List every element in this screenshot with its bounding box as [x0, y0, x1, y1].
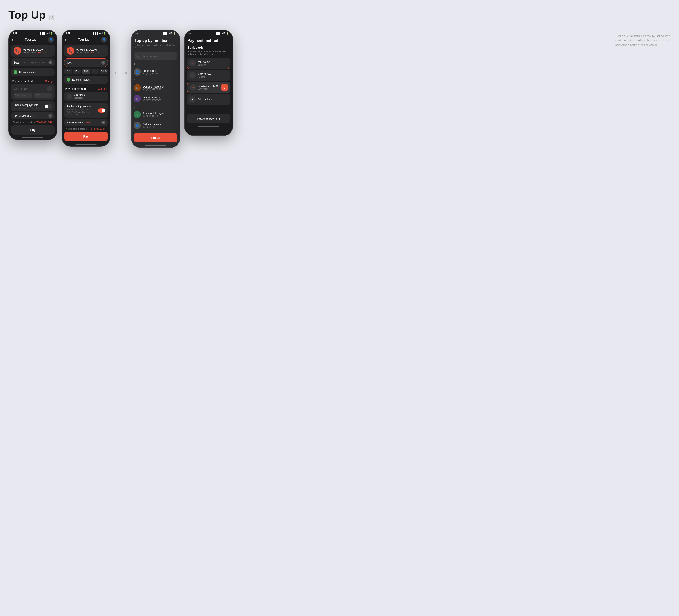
pay-button-1[interactable]: Pay [11, 125, 55, 134]
send-check-text-1: We will send a check to [12, 121, 35, 124]
mir-icon-2: ✓ [67, 94, 72, 99]
quick-amounts-2: $10 $25 $50 $75 $100 [64, 69, 108, 74]
contact-sabine[interactable]: 👤 Sabine Hawkins +7 (903) 134-55-26 [134, 120, 177, 131]
clear-button-2[interactable]: ✕ [101, 61, 105, 65]
signal-icon-3: ▋▋▋ [163, 32, 168, 35]
contact-name-1: Mihail Savin $457,22 [23, 51, 49, 54]
cashback-close-2[interactable]: ✕ [101, 121, 105, 124]
back-button-2[interactable]: ‹ [65, 38, 66, 42]
check-icon-1: ✓ [13, 70, 18, 74]
section-label-2: Payment method [65, 87, 86, 90]
add-card-row[interactable]: + Add bank card [187, 94, 230, 105]
contact-savannah[interactable]: S Savannah Nguyen +7 (903) 840-31-53 [134, 109, 177, 120]
autopay-toggle-2[interactable] [98, 108, 105, 113]
phone-number-1: +7 968 330-10-44 [23, 48, 49, 51]
mc-card-icon: MC [190, 84, 196, 91]
group-d: D [134, 77, 177, 83]
phone-input-row-3[interactable]: 📞 Phone number [134, 52, 177, 60]
mc-card-info: Mastercard *7422 Alfa Bank [198, 85, 219, 90]
header-title-1: Top Up [25, 38, 36, 41]
topup-button-3[interactable]: Top up [134, 133, 177, 142]
cashback-more-2[interactable]: More [85, 121, 90, 124]
app-header-2: ‹ Top Up 👤 [62, 35, 110, 45]
profile-icon-1[interactable]: 👤 [48, 37, 54, 43]
avatar-jerome: 👤 [134, 68, 141, 75]
topup-subtitle-3: Enter the phone number and select the se… [134, 44, 176, 49]
quick-btn-25[interactable]: $25 [73, 69, 81, 74]
wifi-icon-4: wifi [222, 32, 225, 35]
contact-info-sabine: Sabine Hawkins +7 (903) 134-55-26 [143, 123, 161, 128]
contact-darlene[interactable]: D Darlene Robertson +7 (903) 941-02-27 [134, 83, 177, 93]
change-link-1[interactable]: Change [45, 80, 54, 83]
cashback-label-1: +10% cashback. [13, 115, 31, 117]
contact-jerome[interactable]: 👤 Jerome Bell +7 (903) 880-91-85 [134, 67, 177, 77]
time-1: 9:41 [13, 32, 17, 35]
description-panel: Funds are transferred on the fly, just s… [615, 30, 671, 47]
contact-phone-darlene: +7 (903) 941-02-27 [143, 88, 164, 91]
amount-input-2[interactable]: $50 [67, 61, 72, 65]
mir-card-bank: Sberbank [198, 64, 228, 66]
cashback-more-1[interactable]: More [31, 115, 37, 117]
home-indicator-1 [22, 137, 43, 138]
wifi-icon: wifi [46, 32, 50, 35]
send-check-arrow-1: › [53, 121, 53, 124]
return-button-4[interactable]: Return to payment [187, 114, 230, 123]
back-button-1[interactable]: ‹ [12, 38, 13, 42]
page-title: Top Up [8, 9, 45, 21]
phone-2-screen: 9:41 ▋▋▋ wifi 🔋 ‹ Top Up 👤 📞 +7 [62, 30, 110, 146]
mir-card-name: MIR *4952 [198, 61, 228, 64]
chevron-icon-2: › [104, 49, 105, 52]
autopay-toggle-1[interactable] [44, 104, 52, 109]
info-icon-1: ℹ [50, 94, 51, 96]
phone-2: 9:41 ▋▋▋ wifi 🔋 ‹ Top Up 👤 📞 +7 [62, 30, 110, 147]
change-link-2[interactable]: Change [98, 88, 107, 90]
cvc-field-1[interactable]: CVC ℹ [34, 93, 52, 98]
visa-card-name: VISA *2244 [198, 73, 228, 76]
contact-phone-sabine: +7 (903) 134-55-26 [143, 126, 161, 128]
card-fields-row-1: Valid until CVC ℹ [13, 93, 52, 98]
pm-card-mastercard[interactable]: MC Mastercard *7422 Alfa Bank 🗑 [187, 82, 230, 93]
contacts-list-3: A 👤 Jerome Bell +7 (903) 880-91-85 D D D… [132, 62, 180, 131]
pm-card-mir[interactable]: ✓ MIR *4952 Sberbank [187, 58, 230, 69]
valid-until-label-1: Valid until [15, 94, 25, 96]
payment-card-1: Card number ⊙ Valid until CVC ℹ [11, 84, 55, 100]
amount-input-1[interactable]: $52 [13, 61, 19, 64]
cvc-label-1: CVC [35, 94, 40, 96]
send-check-link-2[interactable]: +7 968 330-10-44 [88, 128, 105, 130]
quick-btn-10[interactable]: $10 [64, 69, 72, 74]
autopay-info-1: Enable autopayments No commission in the… [13, 103, 40, 109]
card-name-2: MIR *4952 [73, 94, 86, 97]
time-4: 9:41 [188, 32, 193, 35]
quick-btn-50[interactable]: $50 [82, 69, 90, 74]
phone-row-2[interactable]: 📞 +7 968 330-10-44 Mihail Savin $457,22 … [64, 45, 108, 57]
payment-section-2: Payment method Change [62, 86, 110, 92]
send-check-link-1[interactable]: +7 968 330-10-44 [35, 121, 52, 124]
contact-dianne[interactable]: D Dianne Russell +7 (903) 880-93-38 [134, 93, 177, 104]
clear-button-1[interactable]: ✕ [48, 61, 52, 64]
quick-btn-100[interactable]: $100 [100, 69, 108, 74]
add-icon: + [189, 96, 196, 103]
chevron-icon-1: › [51, 49, 52, 52]
quick-btn-75[interactable]: $75 [91, 69, 99, 74]
cashback-row-2: +10% cashback. More ✕ [64, 119, 108, 126]
pm-card-visa[interactable]: VISA VISA *2244 FSBank [187, 70, 230, 80]
contact-name-darlene: Darlene Robertson [143, 85, 164, 88]
profile-icon-2[interactable]: 👤 [101, 37, 107, 43]
section-label-1: Payment method [12, 79, 33, 83]
cashback-close-1[interactable]: ✕ [48, 114, 52, 118]
phone-4: 9:41 ▋▋▋ wifi 🔋 Payment method Bank card… [184, 30, 233, 136]
valid-until-field-1[interactable]: Valid until [13, 93, 32, 98]
cashback-row-1: +10% cashback. More ✕ [11, 112, 55, 120]
pay-button-2[interactable]: Pay [64, 132, 108, 141]
commission-row-1: ✓ No commission [11, 68, 55, 76]
phone-row-1[interactable]: 📞 +7 968 330-10-44 Mihail Savin $457,22 … [11, 45, 55, 57]
page-badge: [9] [49, 14, 55, 20]
delete-card-button[interactable]: 🗑 [221, 84, 228, 91]
avatar-darlene: D [134, 84, 141, 92]
status-bar-4: 9:41 ▋▋▋ wifi 🔋 [185, 30, 232, 35]
battery-icon: 🔋 [51, 32, 53, 35]
card-with-mir-2: ✓ MIR *4952 Sberbank [67, 94, 105, 99]
scan-icon-1[interactable]: ⊙ [47, 86, 52, 91]
phone-input-3[interactable]: Phone number [141, 55, 160, 58]
home-indicator-4 [198, 126, 219, 127]
